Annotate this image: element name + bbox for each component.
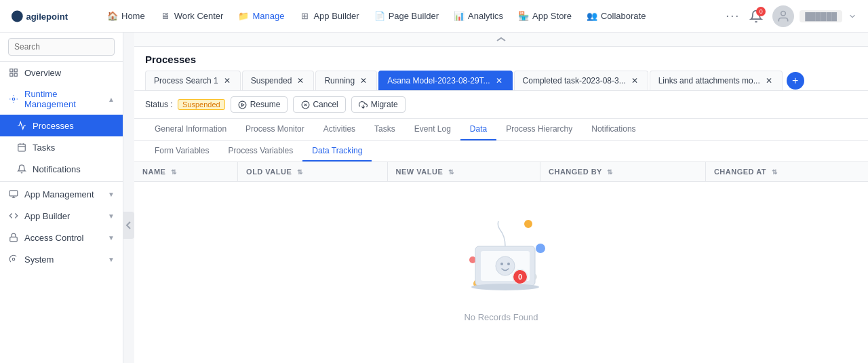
processes-section-header: Processes	[134, 47, 868, 71]
sidebar-item-tasks[interactable]: Tasks	[0, 136, 123, 158]
sidebar-item-notifications[interactable]: Notifications	[0, 158, 123, 180]
more-options-button[interactable]: ···	[726, 9, 740, 23]
sidebar-item-runtime-management[interactable]: Runtime Management ▲	[0, 83, 123, 115]
sidebar-item-app-builder[interactable]: App Builder ▼	[0, 205, 123, 227]
processes-title: Processes	[145, 54, 857, 65]
logo[interactable]: agilepoint	[11, 7, 87, 26]
svg-text:0: 0	[518, 273, 522, 281]
sidebar-item-app-management[interactable]: App Management ▼	[0, 183, 123, 205]
collapse-sidebar-button[interactable]	[123, 212, 134, 239]
logo-svg: agilepoint	[11, 7, 87, 26]
sidebar-item-label: Access Control	[24, 233, 102, 243]
tab-process-search-1[interactable]: Process Search 1 ✕	[145, 71, 241, 90]
collapse-bar[interactable]	[134, 33, 868, 47]
sub-tab-data[interactable]: Data	[460, 119, 496, 140]
tab-close-button[interactable]: ✕	[359, 76, 368, 85]
sidebar-item-label: App Builder	[24, 211, 102, 221]
tab-close-button[interactable]: ✕	[222, 76, 232, 85]
svg-point-30	[500, 263, 503, 265]
sort-icon: ⇅	[171, 168, 177, 176]
tab-running[interactable]: Running ✕	[315, 71, 377, 90]
tab-suspended[interactable]: Suspended ✕	[242, 71, 315, 90]
nav-page-builder[interactable]: 📄 Page Builder	[368, 7, 446, 26]
sub-tab-event-log[interactable]: Event Log	[405, 119, 460, 140]
empty-state: 0 No Records Found	[134, 182, 868, 349]
sidebar-item-label: Runtime Management	[24, 89, 102, 109]
overview-icon	[8, 67, 19, 78]
nav-analytics[interactable]: 📊 Analytics	[447, 7, 510, 26]
svg-rect-8	[18, 144, 26, 151]
col-name[interactable]: NAME ⇅	[134, 162, 238, 182]
resume-button[interactable]: Resume	[231, 96, 288, 113]
app-builder-icon	[8, 210, 19, 221]
nav-work-center[interactable]: 🖥 Work Center	[153, 7, 231, 26]
data-tab-process-variables[interactable]: Process Variables	[218, 141, 302, 161]
svg-point-16	[12, 258, 15, 261]
svg-point-35	[471, 284, 539, 290]
svg-point-29	[496, 256, 515, 275]
tab-label: Suspended	[251, 76, 292, 85]
sub-tab-process-hierarchy[interactable]: Process Hierarchy	[496, 119, 582, 140]
top-navigation: agilepoint 🏠 Home 🖥 Work Center 📁 Manage…	[0, 0, 868, 33]
tab-asana-model[interactable]: Asana Model-2023-08-29T... ✕	[378, 71, 512, 90]
nav-items: 🏠 Home 🖥 Work Center 📁 Manage ⊞ App Buil…	[100, 7, 723, 26]
monitor-icon: 🖥	[160, 11, 171, 22]
sidebar-item-processes[interactable]: Processes	[0, 115, 123, 136]
tab-links-attachments[interactable]: Links and attachments mo... ✕	[650, 71, 783, 90]
processes-icon	[16, 120, 27, 131]
table-header: NAME ⇅ OLD VALUE ⇅ NEW VALUE ⇅ CHANGED	[134, 162, 868, 182]
col-changed-at[interactable]: CHANGED AT ⇅	[705, 162, 868, 182]
svg-point-2	[781, 11, 786, 16]
cancel-button[interactable]: Cancel	[293, 96, 345, 113]
svg-rect-3	[10, 69, 13, 72]
no-records-illustration: 0	[440, 209, 562, 304]
data-tab-form-variables[interactable]: Form Variables	[145, 141, 218, 161]
notifications-icon	[16, 164, 27, 174]
sort-icon: ⇅	[297, 168, 303, 176]
sidebar-item-system[interactable]: System ▼	[0, 248, 123, 270]
migrate-button[interactable]: Migrate	[351, 96, 406, 113]
process-status-bar: Status : Suspended Resume Cancel Migrat	[134, 91, 868, 119]
svg-rect-15	[10, 237, 18, 241]
svg-point-31	[507, 263, 510, 265]
chevron-down-icon: ▼	[108, 212, 115, 220]
nav-manage[interactable]: 📁 Manage	[231, 7, 291, 26]
tasks-icon	[16, 142, 27, 153]
search-box	[0, 33, 123, 62]
sidebar-divider	[0, 181, 123, 182]
data-tab-data-tracking[interactable]: Data Tracking	[302, 141, 372, 161]
tab-label: Links and attachments mo...	[658, 76, 760, 85]
runtime-icon	[8, 94, 19, 104]
nav-app-store[interactable]: 🏪 App Store	[511, 7, 578, 26]
nav-collaborate[interactable]: 👥 Collaborate	[580, 7, 653, 26]
chevron-up-icon	[496, 35, 506, 44]
col-old-value[interactable]: OLD VALUE ⇅	[238, 162, 387, 182]
sub-tab-process-monitor[interactable]: Process Monitor	[236, 119, 314, 140]
sidebar-item-access-control[interactable]: Access Control ▼	[0, 227, 123, 248]
tab-close-button[interactable]: ✕	[296, 76, 305, 85]
notifications-button[interactable]: 0	[745, 5, 767, 27]
process-sub-tabs: General Information Process Monitor Acti…	[134, 119, 868, 141]
col-new-value[interactable]: NEW VALUE ⇅	[387, 162, 540, 182]
avatar[interactable]	[772, 5, 794, 27]
nav-app-builder[interactable]: ⊞ App Builder	[292, 7, 366, 26]
tab-close-button[interactable]: ✕	[630, 76, 639, 85]
tab-completed-task[interactable]: Completed task-2023-08-3... ✕	[514, 71, 648, 90]
search-input[interactable]	[8, 38, 115, 56]
chevron-down-icon[interactable]	[848, 12, 857, 21]
sidebar: Overview Runtime Management ▲ Processes …	[0, 33, 123, 363]
sub-tab-general-information[interactable]: General Information	[145, 119, 236, 140]
sub-tab-tasks[interactable]: Tasks	[365, 119, 405, 140]
col-changed-by[interactable]: CHANGED BY ⇅	[540, 162, 706, 182]
sub-tab-notifications[interactable]: Notifications	[582, 119, 645, 140]
collapse-icon	[125, 221, 132, 230]
tab-close-button[interactable]: ✕	[764, 76, 774, 85]
nav-home[interactable]: 🏠 Home	[100, 7, 152, 26]
svg-rect-12	[9, 191, 18, 196]
svg-rect-4	[14, 69, 17, 72]
tab-close-button[interactable]: ✕	[494, 76, 504, 85]
sidebar-item-overview[interactable]: Overview	[0, 62, 123, 83]
notification-badge: 0	[756, 7, 766, 16]
add-tab-button[interactable]: +	[787, 72, 804, 90]
sub-tab-activities[interactable]: Activities	[314, 119, 365, 140]
